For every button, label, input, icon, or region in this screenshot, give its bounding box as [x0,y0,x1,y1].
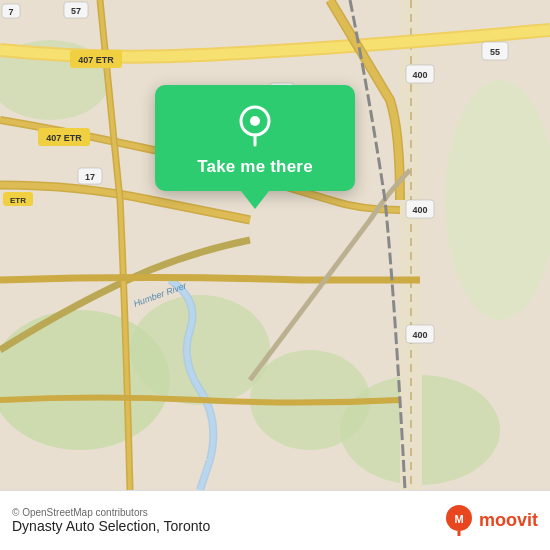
bottom-left: © OpenStreetMap contributors Dynasty Aut… [12,507,210,534]
svg-text:400: 400 [412,205,427,215]
moovit-icon: M [443,505,475,537]
svg-text:407 ETR: 407 ETR [46,133,82,143]
copyright-text: © OpenStreetMap contributors [12,507,210,518]
svg-text:M: M [454,513,463,525]
map-card: Take me there [155,85,355,191]
svg-text:400: 400 [412,330,427,340]
moovit-text: moovit [479,510,538,531]
svg-text:55: 55 [490,47,500,57]
svg-text:ETR: ETR [10,196,26,205]
moovit-logo[interactable]: M moovit [443,505,538,537]
svg-point-33 [250,116,260,126]
svg-text:17: 17 [85,172,95,182]
svg-text:7: 7 [8,7,13,17]
svg-text:407 ETR: 407 ETR [78,55,114,65]
svg-point-5 [445,80,550,320]
take-me-there-button[interactable]: Take me there [197,157,313,177]
svg-text:400: 400 [412,70,427,80]
location-pin-icon [233,103,277,147]
location-name: Dynasty Auto Selection, Toronto [12,518,210,534]
svg-text:57: 57 [71,6,81,16]
bottom-bar: © OpenStreetMap contributors Dynasty Aut… [0,490,550,550]
map-container: 407 ETR 407 ETR 400 400 400 55 57 56 17 … [0,0,550,490]
